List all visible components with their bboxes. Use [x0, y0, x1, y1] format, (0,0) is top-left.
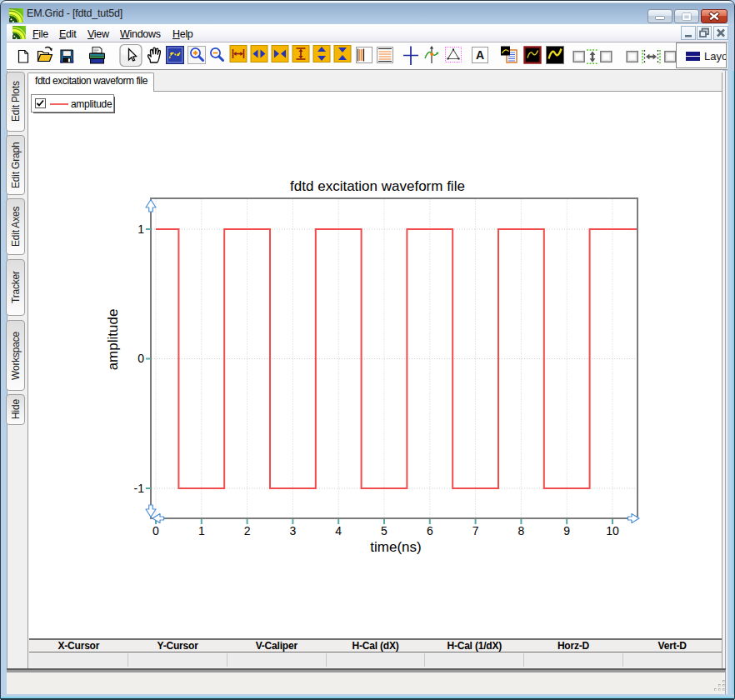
- svg-text:5: 5: [381, 524, 388, 538]
- svg-text:7: 7: [472, 524, 479, 538]
- svg-text:0: 0: [138, 352, 144, 365]
- svg-text:10: 10: [606, 524, 619, 538]
- svg-text:amplitude: amplitude: [105, 309, 121, 371]
- svg-text:4: 4: [335, 524, 342, 538]
- svg-text:fdtd excitation waveform file: fdtd excitation waveform file: [290, 178, 465, 194]
- svg-text:time(ns): time(ns): [370, 539, 421, 555]
- svg-text:0: 0: [152, 524, 159, 538]
- svg-text:9: 9: [563, 524, 570, 538]
- svg-text:3: 3: [290, 524, 297, 538]
- svg-text:6: 6: [427, 524, 433, 538]
- svg-text:1: 1: [138, 222, 144, 236]
- svg-text:A: A: [476, 48, 484, 62]
- svg-text:1: 1: [198, 524, 205, 538]
- svg-text:8: 8: [518, 524, 525, 538]
- svg-text:2: 2: [244, 524, 251, 538]
- svg-text:-1: -1: [134, 482, 145, 495]
